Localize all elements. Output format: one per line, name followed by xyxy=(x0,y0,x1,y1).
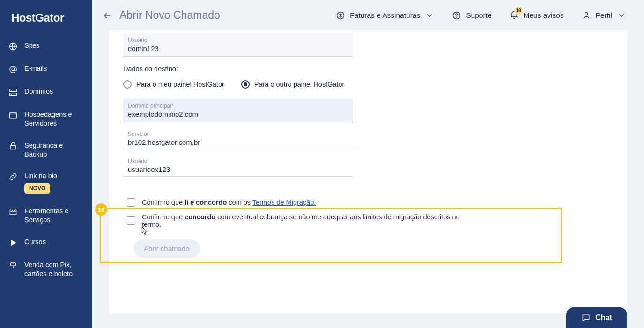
link-icon xyxy=(8,172,18,181)
field-label: Servidor xyxy=(123,131,353,137)
sidebar-item-sites[interactable]: Sites xyxy=(0,35,92,58)
user-icon xyxy=(582,11,591,20)
topbar-billing[interactable]: Faturas e Assinaturas xyxy=(329,7,441,24)
field-label: Usuário xyxy=(123,158,353,164)
svg-point-4 xyxy=(11,90,11,90)
sidebar-item-cursos[interactable]: Cursos xyxy=(0,231,92,254)
topbar-support-label: Suporte xyxy=(466,11,491,20)
radio-circle-selected xyxy=(241,80,250,89)
section-destino-label: Dados do destino: xyxy=(123,65,470,73)
topbar-profile[interactable]: Perfil xyxy=(575,7,633,24)
svg-point-10 xyxy=(457,17,457,17)
sidebar-item-dominios[interactable]: Domínios xyxy=(0,81,92,104)
field-value: exemplodominio2.com xyxy=(128,110,348,118)
chat-label: Chat xyxy=(595,313,612,322)
sidebar-item-venda[interactable]: Venda com Pix, cartões e boleto xyxy=(0,254,92,285)
field-value: usuarioex123 xyxy=(123,165,353,173)
sidebar: HostGator Sites E-mails Domínios Hospeda… xyxy=(0,0,92,328)
topbar-notices[interactable]: 18 Meus avisos xyxy=(503,6,570,25)
globe-icon xyxy=(8,42,18,51)
checkbox-terms[interactable] xyxy=(127,198,135,207)
main-area: Usuário domin123 Dados do destino: Para … xyxy=(92,30,644,328)
sidebar-item-ferramentas[interactable]: Ferramentas e Serviços xyxy=(0,200,92,231)
form-card: Usuário domin123 Dados do destino: Para … xyxy=(109,30,627,314)
t2: li e concordo xyxy=(185,199,227,206)
check-terms: Confirmo que li e concordo com os Termos… xyxy=(127,198,470,207)
check-terms-text: Confirmo que li e concordo com os Termos… xyxy=(142,199,316,206)
sidebar-item-hospedagens[interactable]: Hospedagens e Servidores xyxy=(0,104,92,134)
annotation-box: 16 xyxy=(100,208,562,263)
terms-link[interactable]: Termos de Migração. xyxy=(252,199,316,206)
field-dominio-principal[interactable]: Domínio principal* exemplodominio2.com xyxy=(123,99,353,122)
t1: Confirmo que xyxy=(142,199,185,206)
sidebar-item-label: E-mails xyxy=(24,64,47,73)
sidebar-item-label: Venda com Pix, cartões e boleto xyxy=(24,261,85,278)
annotation-number: 16 xyxy=(95,203,107,216)
topbar-profile-label: Perfil xyxy=(596,11,612,20)
chevron-down-icon xyxy=(617,11,626,20)
sidebar-item-seguranca[interactable]: Segurança e Backup xyxy=(0,134,92,165)
radio-group-destino: Para o meu painel HostGator Para o outro… xyxy=(123,80,470,89)
link-bio-text: Link na bio xyxy=(24,172,57,179)
store-icon xyxy=(8,207,18,216)
topbar-notices-label: Meus avisos xyxy=(524,11,564,20)
radio-other-panel[interactable]: Para o outro painel HostGator xyxy=(241,80,345,89)
dollar-icon xyxy=(336,11,345,20)
field-usuario2[interactable]: Usuário usuarioex123 xyxy=(123,158,353,177)
sidebar-item-label: Ferramentas e Serviços xyxy=(24,207,85,224)
butterfly-icon xyxy=(8,261,18,270)
sidebar-item-linkbio[interactable]: Link na bio NOVO xyxy=(0,165,92,200)
field-label: Domínio principal* xyxy=(128,103,348,109)
sidebar-item-label: Link na bio NOVO xyxy=(24,171,57,194)
field-value: domin123 xyxy=(128,45,348,52)
svg-point-11 xyxy=(585,12,588,15)
field-usuario1[interactable]: Usuário domin123 xyxy=(123,33,353,57)
notice-count-badge: 18 xyxy=(514,7,522,15)
topbar: Abrir Novo Chamado Faturas e Assinaturas… xyxy=(92,0,644,30)
folder-icon xyxy=(8,111,18,120)
sidebar-item-label: Segurança e Backup xyxy=(24,141,85,159)
sidebar-item-label: Sites xyxy=(24,41,39,50)
svg-point-5 xyxy=(11,94,11,95)
sidebar-item-label: Cursos xyxy=(24,238,46,246)
bell-wrap: 18 xyxy=(510,10,519,21)
help-icon xyxy=(452,11,461,20)
page-title: Abrir Novo Chamado xyxy=(119,9,220,22)
back-button[interactable] xyxy=(100,8,115,23)
chat-icon xyxy=(581,313,591,322)
topbar-support[interactable]: Suporte xyxy=(445,7,498,24)
radio-circle xyxy=(123,80,132,89)
chevron-down-icon xyxy=(425,11,434,20)
sidebar-item-label: Domínios xyxy=(24,87,53,96)
nav-list: Sites E-mails Domínios Hospedagens e Ser… xyxy=(0,35,92,285)
at-icon xyxy=(8,65,18,74)
svg-rect-7 xyxy=(10,145,16,149)
svg-point-1 xyxy=(12,68,15,71)
field-value: br102.hostgator.com.br xyxy=(123,138,353,146)
server-icon xyxy=(8,88,18,97)
t3: com os xyxy=(227,199,252,206)
logo: HostGator xyxy=(0,7,92,35)
svg-rect-6 xyxy=(10,113,17,118)
lock-icon xyxy=(8,142,18,151)
sidebar-item-emails[interactable]: E-mails xyxy=(0,58,92,81)
radio-label: Para o meu painel HostGator xyxy=(136,81,224,88)
field-servidor[interactable]: Servidor br102.hostgator.com.br xyxy=(123,131,353,149)
topbar-billing-label: Faturas e Assinaturas xyxy=(350,11,420,20)
radio-my-panel[interactable]: Para o meu painel HostGator xyxy=(123,80,224,89)
field-label: Usuário xyxy=(128,37,348,44)
radio-label: Para o outro painel HostGator xyxy=(254,81,345,88)
sidebar-item-label: Hospedagens e Servidores xyxy=(24,110,85,128)
play-icon xyxy=(8,238,18,247)
novo-badge: NOVO xyxy=(24,183,50,194)
chat-button[interactable]: Chat xyxy=(566,307,627,328)
